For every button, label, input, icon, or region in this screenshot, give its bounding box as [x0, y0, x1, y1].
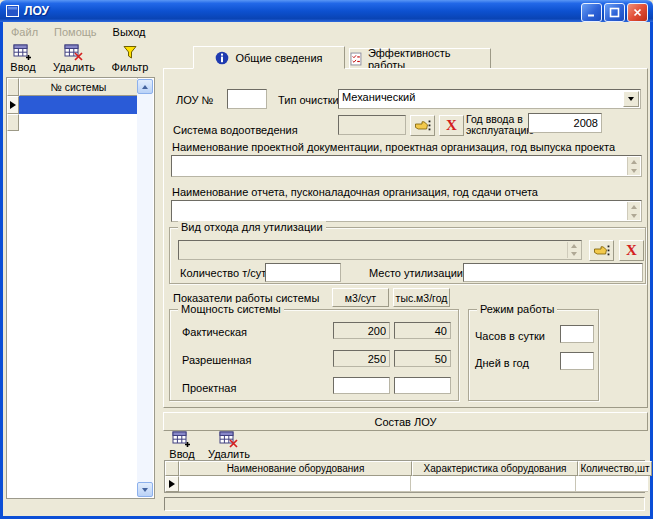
equipment-col-name[interactable]: Наименование оборудования: [179, 461, 412, 476]
minimize-icon: [586, 7, 597, 18]
scroll-up-button[interactable]: [137, 79, 153, 94]
maximize-button[interactable]: [604, 3, 625, 22]
capacity-design-day-input[interactable]: [333, 377, 390, 394]
capacity-permitted-day-input[interactable]: [333, 350, 390, 367]
general-info-panel: ЛОУ № Тип очистки Механический Система в…: [163, 68, 648, 408]
unit-day-label: м3/сут: [345, 292, 376, 304]
add-equipment-label: Ввод: [169, 449, 194, 460]
waste-place-input[interactable]: [463, 263, 643, 282]
capacity-actual-day-input[interactable]: [333, 322, 390, 339]
title-bar: ЛОУ: [0, 0, 653, 22]
systems-column-header-label: № системы: [51, 81, 107, 93]
grid-plus-icon: [172, 431, 192, 448]
unit-year-label: тыс.м3/год: [396, 292, 448, 304]
row-indicator: [7, 96, 19, 114]
current-row-marker-icon: [10, 101, 16, 109]
scroll-down-icon: [142, 488, 148, 492]
checklist-icon: [350, 52, 362, 66]
menu-bar: Файл Помощь Выход: [3, 22, 650, 41]
pointing-hand-icon: [414, 118, 431, 133]
waste-input[interactable]: [178, 240, 582, 260]
delete-record-button[interactable]: Удалить: [49, 44, 99, 73]
cleaning-type-label: Тип очистки: [278, 94, 339, 106]
cleaning-type-value: Механический: [342, 91, 415, 103]
lou-no-input[interactable]: [227, 89, 267, 109]
project-doc-input[interactable]: [171, 155, 642, 177]
unit-header-year: тыс.м3/год: [393, 288, 450, 307]
waste-quantity-label: Количество т/сут: [180, 267, 266, 279]
chevron-down-icon: [628, 97, 634, 101]
minimize-button[interactable]: [581, 3, 602, 22]
maximize-icon: [609, 7, 620, 18]
lou-no-label: ЛОУ №: [176, 94, 213, 106]
drainage-input[interactable]: [338, 115, 406, 135]
systems-row-selected[interactable]: [19, 96, 138, 114]
add-record-button[interactable]: Ввод: [6, 44, 40, 73]
equipment-row-spec-cell[interactable]: [411, 476, 576, 492]
menu-help[interactable]: Помощь: [46, 24, 105, 40]
waste-groupbox: Вид отхода для утилизации X Количество т…: [169, 227, 646, 284]
equipment-col-name-label: Наименование оборудования: [227, 463, 365, 474]
menu-exit[interactable]: Выход: [105, 24, 154, 40]
funnel-icon: [122, 44, 138, 61]
equipment-row-qty-cell[interactable]: [576, 476, 648, 492]
tab-efficiency[interactable]: Эффективность работы: [349, 48, 491, 69]
waste-groupbox-title: Вид отхода для утилизации: [178, 221, 326, 234]
composition-title: Состав ЛОУ: [374, 416, 436, 428]
systems-scrollbar[interactable]: [137, 79, 153, 497]
equipment-table: Наименование оборудования Характеристика…: [164, 460, 645, 493]
mode-groupbox-title: Режим работы: [477, 303, 557, 316]
report-input[interactable]: [171, 200, 642, 222]
waste-pick-button[interactable]: [589, 240, 614, 261]
close-icon: [632, 7, 643, 18]
waste-clear-button[interactable]: X: [619, 240, 644, 261]
mode-days-input[interactable]: [560, 352, 594, 370]
tab-general-label: Общие сведения: [235, 52, 322, 64]
project-doc-label: Наименование проектной документации, про…: [172, 141, 615, 153]
scroll-up-icon: [142, 85, 148, 89]
add-equipment-button[interactable]: Ввод: [165, 431, 199, 460]
cleaning-type-combobox[interactable]: Механический: [338, 89, 641, 109]
capacity-design-year-input[interactable]: [394, 377, 451, 394]
scroll-down-button[interactable]: [137, 482, 153, 497]
equipment-row-name-cell[interactable]: [179, 476, 411, 492]
capacity-design-label: Проектная: [182, 382, 236, 394]
systems-column-header[interactable]: № системы: [19, 78, 138, 96]
systems-indicator-header: [7, 78, 19, 96]
mode-hours-input[interactable]: [560, 325, 594, 343]
delete-equipment-label: Удалить: [208, 449, 250, 460]
red-x-icon: X: [446, 118, 457, 133]
waste-quantity-input[interactable]: [265, 263, 341, 282]
capacity-groupbox: Мощность системы Фактическая Разрешенная…: [169, 309, 459, 401]
window-border-left: [0, 22, 3, 519]
delete-equipment-button[interactable]: Удалить: [204, 431, 254, 460]
composition-toolbar: Ввод Удалить: [165, 431, 254, 460]
filter-button[interactable]: Фильтр: [108, 44, 152, 73]
capacity-permitted-year-input[interactable]: [394, 350, 451, 367]
commission-year-input[interactable]: [528, 113, 602, 133]
equipment-col-spec[interactable]: Характеристика оборудования: [412, 461, 578, 476]
red-x-icon: X: [626, 243, 637, 258]
menu-file[interactable]: Файл: [3, 24, 46, 40]
close-button[interactable]: [627, 3, 648, 22]
grid-plus-icon: [13, 44, 33, 61]
capacity-actual-year-input[interactable]: [394, 322, 451, 339]
equipment-col-qty[interactable]: Количество,шт: [578, 461, 652, 476]
grid-x-icon: [219, 431, 239, 448]
unit-header-day: м3/сут: [332, 288, 389, 307]
commission-year-label: Год ввода в эксплуатацию: [466, 114, 528, 136]
waste-scroll-icon: [567, 242, 580, 258]
delete-record-label: Удалить: [53, 62, 95, 73]
composition-header: Состав ЛОУ: [163, 412, 648, 431]
project-doc-scroll-icon: [627, 157, 640, 175]
drainage-clear-button[interactable]: X: [439, 115, 464, 136]
drainage-pick-button[interactable]: [410, 115, 435, 136]
tab-general[interactable]: Общие сведения: [193, 46, 345, 69]
info-circle-icon: [215, 51, 229, 65]
cleaning-type-dropdown-button[interactable]: [623, 91, 639, 107]
row-indicator-empty: [7, 114, 19, 131]
waste-place-label: Место утилизации: [369, 267, 463, 279]
grid-x-icon: [64, 44, 84, 61]
report-label: Наименование отчета, пусконаладочная орг…: [172, 186, 538, 198]
mode-days-label: Дней в год: [475, 357, 529, 369]
